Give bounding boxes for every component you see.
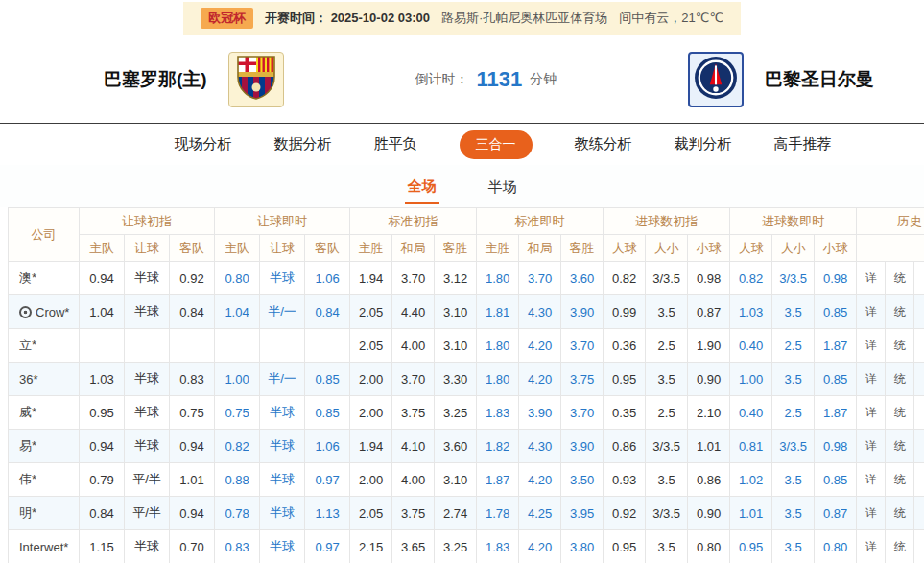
nav-item-coach-analysis[interactable]: 教练分析 bbox=[575, 135, 632, 153]
company-cell[interactable]: 明* bbox=[9, 497, 80, 530]
stats-link[interactable]: 统 bbox=[894, 339, 906, 352]
odds-value: 1.03 bbox=[80, 363, 125, 396]
odds-value: 4.20 bbox=[519, 363, 561, 396]
home-team-name: 巴塞罗那(主) bbox=[104, 67, 207, 92]
odds-value: 3.30 bbox=[435, 363, 477, 396]
odds-value: 0.85 bbox=[305, 363, 350, 396]
odds-value: 0.82 bbox=[604, 262, 646, 295]
col-header: 大球 bbox=[604, 235, 646, 262]
stats-link[interactable]: 统 bbox=[894, 473, 906, 486]
odds-value: 0.85 bbox=[815, 463, 857, 497]
odds-value: 半球 bbox=[125, 530, 170, 563]
history-cell bbox=[914, 295, 924, 329]
odds-value: 平/半 bbox=[125, 497, 170, 530]
odds-value: 1.80 bbox=[477, 262, 519, 295]
odds-value: 4.20 bbox=[519, 329, 561, 363]
barcelona-crest-icon bbox=[237, 56, 275, 104]
col-header: 客胜 bbox=[435, 235, 477, 262]
col-header: 让球 bbox=[125, 235, 170, 262]
stats-link[interactable]: 统 bbox=[894, 305, 906, 318]
nav-item-win-draw-loss[interactable]: 胜平负 bbox=[374, 135, 417, 153]
odds-value: 2.10 bbox=[688, 396, 730, 430]
tab-full-match[interactable]: 全场 bbox=[405, 169, 439, 204]
nav-item-data-analysis[interactable]: 数据分析 bbox=[274, 135, 332, 153]
col-header: 大小 bbox=[772, 235, 815, 262]
odds-value: 1.01 bbox=[688, 430, 730, 463]
action-cell: 详 bbox=[857, 363, 886, 396]
detail-link[interactable]: 详 bbox=[865, 372, 877, 386]
action-cell: 统 bbox=[886, 497, 914, 530]
col-header: 客队 bbox=[305, 235, 350, 262]
stats-link[interactable]: 统 bbox=[894, 439, 906, 453]
odds-value: 3/3.5 bbox=[646, 497, 688, 530]
group-header-handicap-live: 让球即时 bbox=[215, 208, 350, 235]
odds-value: 1.04 bbox=[80, 295, 125, 329]
odds-value: 2.15 bbox=[350, 530, 392, 563]
odds-value: 半/一 bbox=[260, 363, 305, 396]
odds-value: 3.80 bbox=[561, 530, 604, 563]
detail-link[interactable]: 详 bbox=[865, 339, 877, 352]
nav-item-live-analysis[interactable]: 现场分析 bbox=[175, 135, 232, 153]
company-cell[interactable]: Crow* bbox=[9, 295, 80, 329]
venue-text: 路易斯·孔帕尼奥林匹亚体育场 bbox=[441, 10, 607, 27]
tab-half-match[interactable]: 半场 bbox=[486, 170, 520, 203]
company-cell[interactable]: Interwet* bbox=[9, 530, 80, 563]
company-name: 威* bbox=[19, 405, 36, 419]
odds-value: 3.5 bbox=[646, 295, 688, 329]
company-cell[interactable]: 威* bbox=[9, 396, 80, 430]
stats-link[interactable]: 统 bbox=[894, 372, 906, 386]
company-cell[interactable]: 澳* bbox=[9, 262, 80, 295]
odds-value: 2.5 bbox=[646, 329, 688, 363]
odds-value: 0.95 bbox=[604, 363, 646, 396]
odds-value: 0.84 bbox=[80, 497, 125, 530]
odds-value: 0.95 bbox=[730, 530, 772, 563]
odds-value bbox=[215, 329, 260, 363]
odds-value: 半球 bbox=[125, 363, 170, 396]
detail-link[interactable]: 详 bbox=[865, 540, 877, 553]
odds-value: 1.94 bbox=[350, 430, 392, 463]
odds-value: 3/3.5 bbox=[646, 430, 688, 463]
detail-link[interactable]: 详 bbox=[865, 406, 877, 419]
stats-link[interactable]: 统 bbox=[894, 406, 906, 419]
odds-row: 36*1.03半球0.831.00半/一0.852.003.703.301.80… bbox=[9, 363, 924, 396]
detail-link[interactable]: 详 bbox=[865, 473, 877, 486]
stats-link[interactable]: 统 bbox=[894, 271, 906, 285]
odds-value: 3.60 bbox=[561, 262, 604, 295]
main-nav: 现场分析 数据分析 胜平负 三合一 教练分析 裁判分析 高手推荐 bbox=[0, 123, 924, 165]
league-badge[interactable]: 欧冠杯 bbox=[201, 8, 253, 29]
company-cell[interactable]: 立* bbox=[9, 329, 80, 363]
company-cell[interactable]: 易* bbox=[9, 430, 80, 463]
group-header-handicap-initial: 让球初指 bbox=[80, 208, 215, 235]
company-cell[interactable]: 36* bbox=[9, 363, 80, 396]
company-cell[interactable]: 伟* bbox=[9, 463, 80, 497]
col-header: 和局 bbox=[519, 235, 561, 262]
detail-link[interactable]: 详 bbox=[865, 439, 877, 453]
company-name: 伟* bbox=[19, 472, 36, 486]
nav-item-three-in-one[interactable]: 三合一 bbox=[460, 130, 533, 159]
kickoff-time: 2025-10-02 03:00 bbox=[331, 11, 430, 25]
detail-link[interactable]: 详 bbox=[865, 271, 877, 285]
detail-link[interactable]: 详 bbox=[865, 506, 877, 520]
odds-value: 0.95 bbox=[604, 530, 646, 563]
history-cell bbox=[914, 463, 924, 497]
col-header: 小球 bbox=[688, 235, 730, 262]
nav-item-referee-analysis[interactable]: 裁判分析 bbox=[675, 135, 732, 153]
odds-value: 半球 bbox=[260, 530, 305, 563]
stats-link[interactable]: 统 bbox=[894, 540, 906, 553]
odds-value: 0.90 bbox=[688, 497, 730, 530]
group-header-goals-initial: 进球数初指 bbox=[604, 208, 730, 235]
odds-value: 3.90 bbox=[561, 295, 604, 329]
odds-table-wrap: 公司 让球初指 让球即时 标准初指 标准即时 进球数初指 进球数即时 历史 主队… bbox=[8, 207, 924, 563]
odds-value: 0.88 bbox=[215, 463, 260, 497]
odds-row: 明*0.84平/半0.940.78半球1.132.053.752.741.784… bbox=[9, 497, 924, 530]
stats-link[interactable]: 统 bbox=[894, 506, 906, 520]
nav-item-expert-picks[interactable]: 高手推荐 bbox=[774, 135, 832, 153]
odds-row: 澳*0.94半球0.920.80半球1.061.943.703.121.803.… bbox=[9, 262, 924, 295]
odds-value: 4.30 bbox=[519, 295, 561, 329]
detail-link[interactable]: 详 bbox=[865, 305, 877, 318]
odds-value: 1.15 bbox=[80, 530, 125, 563]
col-header: 大球 bbox=[730, 235, 772, 262]
action-cell: 统 bbox=[886, 262, 914, 295]
crown-logo-icon bbox=[19, 306, 32, 318]
odds-value: 1.87 bbox=[815, 329, 857, 363]
